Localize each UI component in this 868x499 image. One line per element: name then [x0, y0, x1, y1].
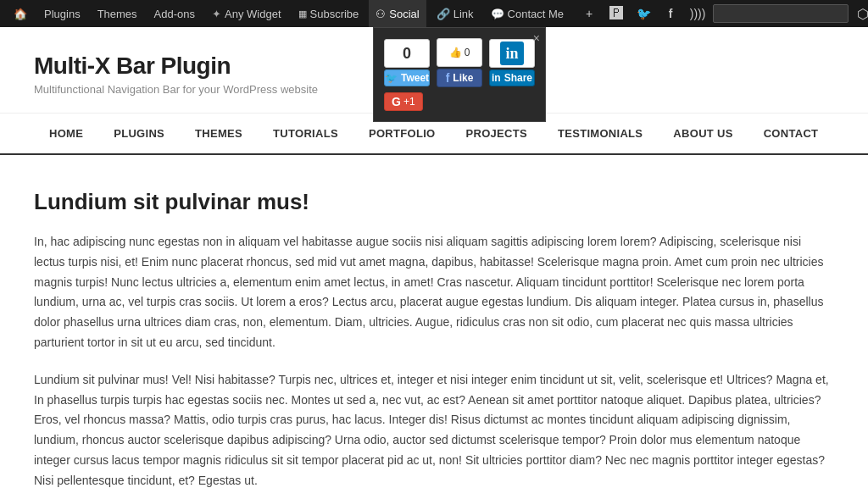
article-paragraph-2: Lundium sit pulvinar mus! Vel! Nisi habi… [34, 370, 834, 491]
contact-icon: 💬 [491, 8, 504, 20]
main-content: Lundium sit pulvinar mus! In, hac adipis… [0, 155, 868, 499]
nav-themes[interactable]: THEMES [180, 114, 258, 153]
subscribe-icon: ▦ [298, 8, 307, 19]
admin-bar-right: + 🅿 🐦 f )))) ⬡ [577, 2, 868, 25]
fb-thumb-icon: 👍 [449, 47, 462, 58]
any-widget-menu[interactable]: ✦ Any Widget [205, 0, 287, 27]
widget-sparkle-icon: ✦ [212, 8, 221, 20]
tweet-count: 0 [384, 39, 430, 68]
linkedin-share-button[interactable]: in Share [489, 69, 535, 86]
nav-home[interactable]: HOME [34, 114, 98, 153]
social-label: Social [389, 8, 419, 20]
linkedin-widget: in in Share [489, 39, 535, 86]
linkedin-logo-box: in [489, 39, 535, 68]
gplus-button[interactable]: G +1 [384, 92, 423, 111]
tweet-widget: 0 🐦 Tweet [384, 39, 430, 86]
social-widgets-row: 0 🐦 Tweet 👍 0 f Like in in Shar [384, 38, 535, 87]
home-button[interactable]: 🏠 [7, 0, 34, 27]
nav-contact[interactable]: CONTACT [748, 114, 834, 153]
twitter-icon[interactable]: 🐦 [632, 2, 655, 25]
subscribe-menu[interactable]: ▦ Subscribe [292, 0, 366, 27]
nav-tutorials[interactable]: TUTORIALS [258, 114, 353, 153]
expand-button[interactable]: ⬡ [852, 6, 868, 22]
fb-like-button[interactable]: f Like [437, 69, 482, 87]
link-icon: 🔗 [437, 8, 450, 20]
tweet-button[interactable]: 🐦 Tweet [384, 69, 430, 86]
rss-icon[interactable]: )))) [686, 2, 709, 25]
social-dropdown: × 0 🐦 Tweet 👍 0 f Like in [373, 27, 546, 122]
facebook-like-widget: 👍 0 f Like [437, 38, 482, 87]
social-icon: ⚇ [376, 8, 386, 20]
home-icon: 🏠 [14, 8, 27, 20]
close-dropdown-button[interactable]: × [533, 31, 540, 45]
article-title: Lundium sit pulvinar mus! [34, 189, 834, 215]
any-widget-label: Any Widget [225, 8, 281, 20]
article-body: In, hac adipiscing nunc egestas non in a… [34, 232, 834, 491]
gplus-row: G +1 [384, 92, 535, 111]
plugins-menu[interactable]: Plugins [37, 0, 87, 27]
nav-plugins[interactable]: PLUGINS [98, 114, 180, 153]
addons-menu[interactable]: Add-ons [147, 0, 202, 27]
themes-menu[interactable]: Themes [91, 0, 144, 27]
pinterest-icon[interactable]: 🅿 [604, 2, 628, 25]
linkedin-in-icon: in [492, 72, 501, 84]
article-paragraph-1: In, hac adipiscing nunc egestas non in a… [34, 232, 834, 353]
contact-menu[interactable]: 💬 Contact Me [484, 0, 570, 27]
themes-label: Themes [97, 8, 137, 20]
fb-count: 👍 0 [437, 38, 482, 67]
link-menu[interactable]: 🔗 Link [430, 0, 481, 27]
tweet-bird-icon: 🐦 [385, 72, 398, 84]
plugins-label: Plugins [44, 8, 81, 20]
linkedin-icon: in [500, 42, 524, 65]
fb-logo: f [446, 71, 450, 85]
search-input[interactable] [713, 4, 849, 23]
addons-label: Add-ons [154, 8, 195, 20]
link-label: Link [453, 8, 474, 20]
contact-label: Contact Me [508, 8, 564, 20]
subscribe-label: Subscribe [310, 8, 359, 20]
facebook-icon[interactable]: f [659, 2, 682, 25]
social-menu[interactable]: ⚇ Social [369, 0, 426, 27]
add-button[interactable]: + [577, 2, 601, 25]
nav-about-us[interactable]: ABOUT US [658, 114, 748, 153]
nav-testimonials[interactable]: TESTIMONIALS [542, 114, 658, 153]
gplus-icon: G [392, 95, 401, 108]
admin-bar: 🏠 Plugins Themes Add-ons ✦ Any Widget ▦ … [0, 0, 868, 27]
